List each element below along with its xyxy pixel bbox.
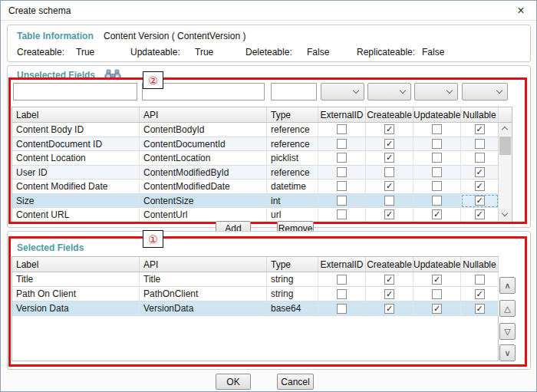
cre-checkbox[interactable]: ✓ bbox=[384, 209, 394, 219]
ext-cell bbox=[318, 194, 366, 209]
upd-checkbox[interactable] bbox=[432, 153, 442, 163]
table-row[interactable]: Version DataVersionDatabase64✓✓✓ bbox=[12, 301, 498, 316]
cancel-button[interactable]: Cancel bbox=[277, 374, 314, 390]
nul-checkbox[interactable]: ✓ bbox=[475, 181, 485, 191]
upd-cell bbox=[413, 166, 461, 180]
table-row[interactable]: Content Modified DateContentModifiedDate… bbox=[12, 180, 512, 194]
chevron-down-icon bbox=[400, 87, 406, 94]
table-row[interactable]: User IDContentModifiedByIdreference✓ bbox=[12, 166, 512, 180]
col-header-createable: Createable bbox=[366, 257, 413, 272]
selected-fields-table: Label API Type ExternalID Createable Upd… bbox=[12, 256, 499, 361]
scrollbar-thumb[interactable] bbox=[499, 137, 511, 155]
filter-type-input[interactable] bbox=[271, 83, 317, 100]
updateable-value: True bbox=[195, 47, 213, 58]
move-up-button[interactable]: △ bbox=[499, 300, 516, 317]
label-cell: Content Modified Date bbox=[12, 180, 140, 194]
cre-checkbox[interactable]: ✓ bbox=[384, 153, 394, 163]
ext-checkbox[interactable] bbox=[337, 275, 347, 285]
nul-cell: ✓ bbox=[461, 208, 499, 222]
nul-cell: ✓ bbox=[461, 123, 499, 137]
ext-checkbox[interactable] bbox=[337, 289, 347, 299]
ext-checkbox[interactable] bbox=[337, 124, 347, 134]
upd-checkbox[interactable]: ✓ bbox=[432, 304, 442, 314]
filter-nullable-dropdown[interactable] bbox=[462, 83, 508, 100]
ext-cell bbox=[318, 272, 366, 287]
filter-label-input[interactable] bbox=[13, 83, 137, 100]
nul-cell: ✓ bbox=[461, 287, 499, 301]
close-icon[interactable]: × bbox=[513, 3, 529, 18]
nul-checkbox[interactable]: ✓ bbox=[475, 196, 485, 206]
move-to-top-button[interactable]: ∧ bbox=[499, 277, 516, 294]
upd-checkbox[interactable] bbox=[432, 167, 442, 177]
cre-cell: ✓ bbox=[366, 287, 413, 301]
nul-checkbox[interactable]: ✓ bbox=[475, 124, 485, 134]
createable-label: Createable: bbox=[17, 47, 64, 58]
ext-checkbox[interactable] bbox=[337, 304, 347, 314]
filter-createable-dropdown[interactable] bbox=[367, 83, 411, 100]
label-cell: Content URL bbox=[12, 208, 140, 222]
cre-cell: ✓ bbox=[366, 301, 413, 316]
cre-cell: ✓ bbox=[366, 208, 413, 222]
api-cell: ContentSize bbox=[140, 194, 267, 209]
filter-externalid-dropdown[interactable] bbox=[321, 83, 364, 100]
cre-checkbox[interactable]: ✓ bbox=[384, 124, 394, 134]
table-row[interactable]: SizeContentSizeint✓ bbox=[12, 194, 512, 209]
move-to-bottom-button[interactable]: ∨ bbox=[499, 344, 516, 361]
vertical-scrollbar[interactable] bbox=[498, 123, 512, 221]
nul-cell: ✓ bbox=[461, 194, 499, 209]
cre-checkbox[interactable] bbox=[384, 196, 394, 206]
table-row[interactable]: ContentDocument IDContentDocumentIdrefer… bbox=[12, 137, 512, 152]
upd-checkbox[interactable] bbox=[432, 196, 442, 206]
table-row[interactable]: Content URLContentUrlurl✓✓✓ bbox=[12, 208, 512, 222]
upd-checkbox[interactable] bbox=[432, 181, 442, 191]
move-down-button[interactable]: ▽ bbox=[499, 323, 516, 340]
upd-cell: ✓ bbox=[413, 272, 461, 287]
upd-checkbox[interactable] bbox=[432, 289, 442, 299]
cre-checkbox[interactable]: ✓ bbox=[384, 181, 394, 191]
nul-checkbox[interactable]: ✓ bbox=[475, 304, 485, 314]
table-row[interactable]: TitleTitlestring✓✓ bbox=[12, 272, 498, 287]
ext-checkbox[interactable] bbox=[337, 139, 347, 149]
scroll-up-button[interactable] bbox=[499, 123, 512, 135]
scroll-down-button[interactable] bbox=[499, 209, 512, 221]
filter-api-input[interactable] bbox=[142, 83, 265, 100]
table-row[interactable]: Path On ClientPathOnClientstring✓✓ bbox=[12, 287, 498, 301]
ext-checkbox[interactable] bbox=[337, 167, 347, 177]
table-row[interactable]: Content LocationContentLocationpicklist✓ bbox=[12, 151, 512, 166]
upd-checkbox[interactable] bbox=[432, 139, 442, 149]
nul-checkbox[interactable] bbox=[475, 139, 485, 149]
table-row[interactable]: Content Body IDContentBodyIdreference✓✓ bbox=[12, 123, 512, 137]
nul-cell bbox=[461, 137, 499, 152]
nul-checkbox[interactable] bbox=[475, 153, 485, 163]
ok-button[interactable]: OK bbox=[216, 374, 251, 390]
cre-checkbox[interactable]: ✓ bbox=[384, 139, 394, 149]
label-cell: Title bbox=[12, 272, 140, 287]
table-information-heading: Table Information bbox=[17, 31, 94, 41]
filter-updateable-dropdown[interactable] bbox=[414, 83, 458, 100]
updateable-label: Updateable: bbox=[130, 47, 180, 58]
ext-checkbox[interactable] bbox=[337, 196, 347, 206]
upd-checkbox[interactable]: ✓ bbox=[432, 209, 442, 219]
nul-checkbox[interactable]: ✓ bbox=[475, 167, 485, 177]
nul-checkbox[interactable] bbox=[475, 275, 485, 285]
ext-checkbox[interactable] bbox=[337, 153, 347, 163]
nul-checkbox[interactable]: ✓ bbox=[475, 209, 485, 219]
cre-checkbox[interactable]: ✓ bbox=[384, 275, 394, 285]
api-cell: ContentBodyId bbox=[140, 123, 267, 137]
upd-cell bbox=[413, 123, 461, 137]
selected-fields-heading: Selected Fields bbox=[17, 242, 84, 253]
nul-checkbox[interactable]: ✓ bbox=[475, 289, 485, 299]
ext-cell bbox=[318, 137, 366, 152]
upd-checkbox[interactable] bbox=[432, 124, 442, 134]
upd-checkbox[interactable]: ✓ bbox=[432, 275, 442, 285]
cre-checkbox[interactable]: ✓ bbox=[384, 289, 394, 299]
nul-cell bbox=[461, 151, 499, 166]
cre-checkbox[interactable] bbox=[384, 167, 394, 177]
api-cell: ContentUrl bbox=[140, 208, 267, 222]
ext-checkbox[interactable] bbox=[337, 209, 347, 219]
col-header-label: Label bbox=[12, 257, 140, 272]
unselected-fields-heading: Unselected Fields bbox=[17, 70, 95, 81]
ext-checkbox[interactable] bbox=[337, 181, 347, 191]
label-cell: Content Body ID bbox=[12, 123, 140, 137]
cre-checkbox[interactable]: ✓ bbox=[384, 304, 394, 314]
